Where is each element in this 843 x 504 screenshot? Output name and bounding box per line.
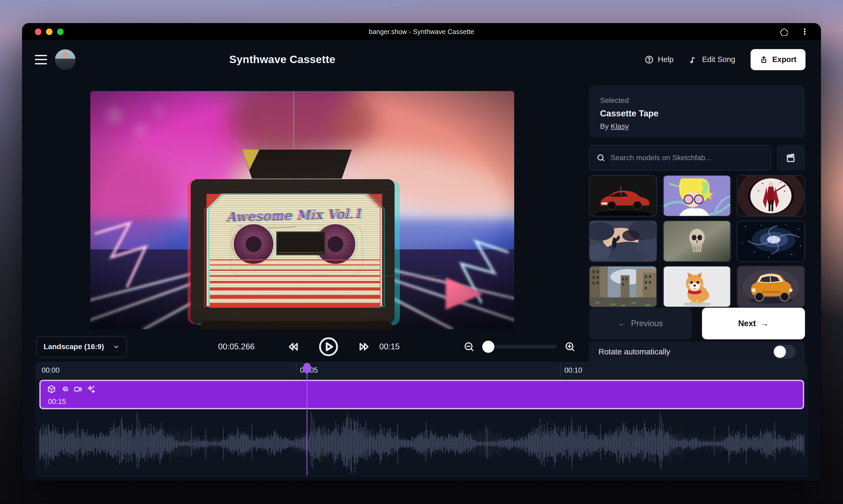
- search-input[interactable]: [610, 154, 758, 162]
- play-button[interactable]: [319, 337, 339, 357]
- playhead-handle[interactable]: [303, 363, 311, 373]
- selected-model-card: Selected Cassette Tape By Klasy: [589, 86, 805, 138]
- aspect-ratio-dropdown[interactable]: Landscape (16:9): [36, 336, 127, 357]
- video-preview[interactable]: Awesome Mix Vol.1 Awesome Mix Vol.1 Awes…: [90, 91, 514, 329]
- app-window: banger.show - Synthwave Cassette Synthwa…: [22, 23, 821, 481]
- author-link[interactable]: Klasy: [610, 122, 629, 130]
- ruler-marker: 00:00: [42, 362, 60, 378]
- thumbnail-abandoned-city[interactable]: [589, 266, 657, 307]
- thumbnail-shiba-dog[interactable]: [663, 266, 731, 307]
- timeline-panel: 00:00 00:05 00:10 00:15: [36, 362, 807, 476]
- edit-song-button[interactable]: Edit Song: [689, 55, 735, 64]
- selected-label: Selected: [600, 96, 794, 105]
- zoom-window-button[interactable]: [57, 29, 64, 35]
- video-clip[interactable]: 00:15: [39, 380, 804, 409]
- thumbnail-skull[interactable]: [663, 221, 731, 262]
- spiral-icon: [60, 385, 69, 394]
- extensions-puzzle-icon[interactable]: [778, 27, 788, 36]
- thumbnail-spiral-galaxy[interactable]: [737, 221, 805, 262]
- playhead-line[interactable]: [307, 370, 307, 475]
- titlebar: banger.show - Synthwave Cassette: [22, 23, 821, 40]
- menu-hamburger-icon[interactable]: [35, 55, 47, 65]
- cube-icon: [47, 385, 56, 394]
- music-note-icon: [689, 55, 698, 64]
- rotate-toggle[interactable]: [773, 345, 795, 359]
- playback-controls: Landscape (16:9) 00:05.266 00:15: [22, 336, 583, 358]
- traffic-lights: [35, 23, 64, 40]
- current-time: 00:05.266: [218, 336, 255, 357]
- minimize-window-button[interactable]: [46, 29, 53, 35]
- export-share-icon: [759, 55, 768, 64]
- thumbnail-angel-in-clouds[interactable]: [589, 221, 657, 262]
- rotate-automatically-label: Rotate automatically: [599, 347, 670, 356]
- menu-kebab-icon[interactable]: [800, 27, 809, 36]
- help-button[interactable]: Help: [645, 55, 674, 64]
- clapperboard-icon: [786, 152, 796, 163]
- thumbnail-red-sports-car[interactable]: [589, 175, 657, 216]
- zoom-in-icon[interactable]: [564, 341, 576, 353]
- total-duration: 00:15: [379, 336, 400, 357]
- zoom-out-icon[interactable]: [463, 341, 475, 353]
- model-grid: [589, 175, 805, 307]
- previous-button[interactable]: ← Previous: [589, 308, 692, 339]
- fast-forward-icon[interactable]: [357, 340, 371, 354]
- close-window-button[interactable]: [35, 29, 41, 35]
- timeline-ruler[interactable]: 00:00 00:05 00:10: [36, 362, 807, 378]
- timeline-zoom-slider[interactable]: [482, 345, 557, 348]
- help-icon: [645, 55, 654, 64]
- selected-model-name: Cassette Tape: [600, 108, 794, 119]
- thumbnail-red-cloak-character[interactable]: [737, 175, 805, 216]
- rotate-automatically-row: Rotate automatically: [589, 341, 805, 362]
- window-title: banger.show - Synthwave Cassette: [369, 28, 474, 36]
- zoom-slider-knob[interactable]: [482, 341, 494, 353]
- clapperboard-button[interactable]: [776, 145, 805, 170]
- chevron-down-icon: [113, 343, 120, 350]
- audio-waveform[interactable]: [39, 412, 804, 473]
- rewind-icon[interactable]: [286, 340, 300, 354]
- thumbnail-orange-vintage-car[interactable]: [737, 266, 805, 307]
- app-header: Synthwave Cassette Help Edit Song Export: [22, 40, 821, 79]
- search-icon: [596, 153, 605, 162]
- model-search-field[interactable]: [589, 145, 771, 170]
- right-arrow-icon: →: [761, 319, 769, 328]
- sidebar: Selected Cassette Tape By Klasy: [589, 79, 805, 362]
- left-arrow-icon: ←: [618, 319, 626, 328]
- ruler-marker: 00:10: [564, 362, 582, 378]
- avatar[interactable]: [55, 49, 75, 70]
- clip-duration: 00:15: [48, 398, 66, 406]
- thumbnail-anime-girl[interactable]: [663, 175, 731, 216]
- camera-icon: [73, 385, 82, 394]
- sparkles-icon: [87, 385, 96, 394]
- next-button[interactable]: Next →: [702, 308, 805, 339]
- page-title: Synthwave Cassette: [229, 53, 336, 66]
- export-button[interactable]: Export: [751, 49, 806, 70]
